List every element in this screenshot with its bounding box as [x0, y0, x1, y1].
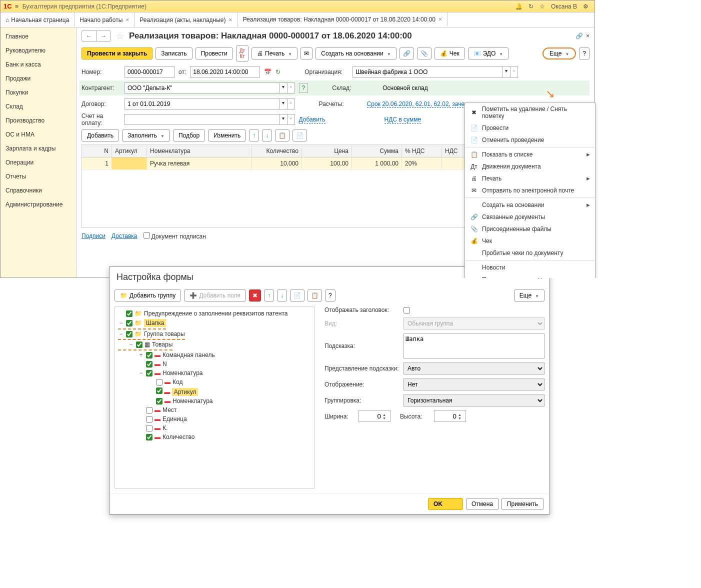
nav-catalogs[interactable]: Справочники — [0, 184, 76, 198]
menu-item[interactable]: ✖Пометить на удаление / Снять пометку — [465, 103, 595, 122]
create-based-button[interactable]: Создать на основании — [316, 48, 396, 60]
calendar-icon[interactable]: 📅 — [264, 68, 272, 76]
nds-link[interactable]: НДС в сумме — [384, 116, 422, 124]
more-button[interactable]: Еще — [542, 48, 576, 60]
sign-link[interactable]: Подписи — [82, 232, 106, 240]
org-input[interactable] — [352, 66, 502, 78]
paste-button[interactable]: 📄 — [292, 130, 307, 142]
help-icon[interactable]: ? — [299, 83, 308, 93]
menu-item[interactable]: 📄Провести — [465, 122, 595, 134]
col-art[interactable]: Артикул — [112, 145, 147, 157]
back-icon[interactable]: ← — [82, 31, 96, 41]
col-sum[interactable]: Сумма — [352, 145, 402, 157]
dropdown-icon[interactable]: ▾ — [280, 98, 288, 110]
dropdown-icon[interactable]: ▾ — [502, 66, 510, 78]
forward-icon[interactable]: → — [96, 31, 110, 41]
refresh-icon[interactable]: ↻ — [276, 68, 280, 76]
post-close-button[interactable]: Провести и закрыть — [82, 48, 152, 60]
nav-operations[interactable]: Операции — [0, 156, 76, 170]
dropdown-icon[interactable]: ▾ — [280, 82, 288, 94]
menu-item[interactable]: 📎Присоединенные файлы — [465, 223, 595, 235]
menu-item[interactable]: Создать на основании▶ — [465, 199, 595, 211]
col-n[interactable]: N — [82, 145, 112, 157]
menu-item[interactable]: 🖨Печать▶ — [465, 172, 595, 184]
post-button[interactable]: Провести — [196, 48, 233, 60]
edo-button[interactable]: 📧 ЭДО — [468, 48, 509, 60]
menu-item[interactable]: Проверить контрагентов — [465, 274, 595, 278]
close-doc-icon[interactable]: × — [586, 32, 590, 40]
tab-1[interactable]: Начало работы× — [74, 12, 134, 27]
open-icon[interactable]: ▫ — [288, 114, 295, 125]
link-icon[interactable]: 🔗 — [576, 32, 583, 40]
delivery-link[interactable]: Доставка — [112, 232, 138, 240]
settings-icon[interactable]: ⚙ — [583, 3, 588, 10]
fill-button[interactable]: Заполнить — [122, 130, 170, 142]
dropdown-icon[interactable]: ▾ — [280, 114, 288, 125]
pick-button[interactable]: Подбор — [173, 130, 205, 142]
bell-icon[interactable]: 🔔 — [515, 3, 522, 10]
open-icon[interactable]: ▫ — [288, 98, 295, 110]
edit-row-button[interactable]: Изменить — [208, 130, 246, 142]
check-button[interactable]: 💰 Чек — [434, 48, 465, 60]
nav-bank[interactable]: Банк и касса — [0, 58, 76, 72]
menu-item[interactable]: ДтДвижения документа — [465, 160, 595, 172]
nav-warehouse[interactable]: Склад — [0, 100, 76, 114]
write-button[interactable]: Записать — [156, 48, 192, 60]
nav-admin[interactable]: Администрирование — [0, 198, 76, 212]
nav-production[interactable]: Производство — [0, 114, 76, 128]
user-label[interactable]: Оксана В — [551, 3, 577, 10]
up-button[interactable]: ↑ — [249, 130, 259, 142]
open-icon[interactable]: ▫ — [288, 82, 295, 94]
mail-button[interactable]: ✉ — [300, 48, 312, 60]
content: ← → ☆ Реализация товаров: Накладная 0000… — [76, 28, 594, 278]
close-icon[interactable]: × — [229, 16, 232, 24]
col-price[interactable]: Цена — [302, 145, 352, 157]
contract-input[interactable] — [124, 98, 280, 110]
star-icon[interactable]: ☆ — [540, 3, 545, 10]
number-input[interactable] — [124, 66, 174, 78]
down-button[interactable]: ↓ — [262, 130, 272, 142]
menu-item[interactable]: ✉Отправить по электронной почте — [465, 184, 595, 196]
nav-main[interactable]: Главное — [0, 30, 76, 44]
history-icon[interactable]: ↻ — [528, 3, 534, 10]
print-button[interactable]: 🖨 Печать — [252, 48, 298, 60]
menu-item[interactable]: 📄Отменить проведение — [465, 134, 595, 146]
close-icon[interactable]: × — [126, 16, 129, 24]
menu-item[interactable]: Новости — [465, 262, 595, 274]
col-nom[interactable]: Номенклатура — [147, 145, 252, 157]
hamburger-icon[interactable]: ≡ — [15, 3, 18, 10]
tab-3[interactable]: Реализация товаров: Накладная 0000-00001… — [238, 12, 448, 27]
nav-manager[interactable]: Руководителю — [0, 44, 76, 58]
context-menu: ✖Пометить на удаление / Снять пометку📄Пр… — [464, 102, 596, 278]
col-qty[interactable]: Количество — [252, 145, 302, 157]
contragent-input[interactable] — [124, 82, 280, 94]
tab-home[interactable]: Начальная страница — [0, 12, 74, 27]
date-input[interactable] — [190, 66, 260, 78]
nav-sales[interactable]: Продажи — [0, 72, 76, 86]
menu-item[interactable]: 🔗Связанные документы — [465, 211, 595, 223]
dt-kt-button[interactable]: ДтКт — [236, 46, 248, 62]
signed-checkbox[interactable]: Документ подписан — [144, 232, 206, 240]
tab-2[interactable]: Реализация (акты, накладные)× — [134, 12, 238, 27]
add-row-button[interactable]: Добавить — [82, 130, 119, 142]
favorite-icon[interactable]: ☆ — [116, 30, 124, 42]
invoice-input[interactable] — [124, 114, 280, 125]
nav-fixed-assets[interactable]: ОС и НМА — [0, 128, 76, 142]
related-button[interactable]: 🔗 — [400, 48, 414, 60]
attach-button[interactable]: 📎 — [417, 48, 432, 60]
add-link[interactable]: Добавить — [299, 116, 326, 124]
close-icon[interactable]: × — [438, 16, 442, 23]
nav-purchases[interactable]: Покупки — [0, 86, 76, 100]
open-icon[interactable]: ▫ — [510, 66, 518, 78]
nav-payroll[interactable]: Зарплата и кадры — [0, 142, 76, 156]
calc-link[interactable]: Срок 20.06.2020, 62.01, 62.02, зачет ава — [367, 100, 479, 108]
menu-item[interactable]: 📋Показать в списке▶ — [465, 148, 595, 160]
nav-reports[interactable]: Отчеты — [0, 170, 76, 184]
col-nds[interactable]: % НДС — [402, 145, 442, 157]
org-label: Организация: — [304, 68, 350, 76]
menu-item[interactable]: 💰Чек — [465, 235, 595, 247]
help-button[interactable]: ? — [579, 48, 590, 60]
copy-button[interactable]: 📋 — [275, 130, 290, 142]
doc-title: Реализация товаров: Накладная 0000-00001… — [129, 31, 412, 41]
menu-item[interactable]: Пробитые чеки по документу — [465, 247, 595, 259]
